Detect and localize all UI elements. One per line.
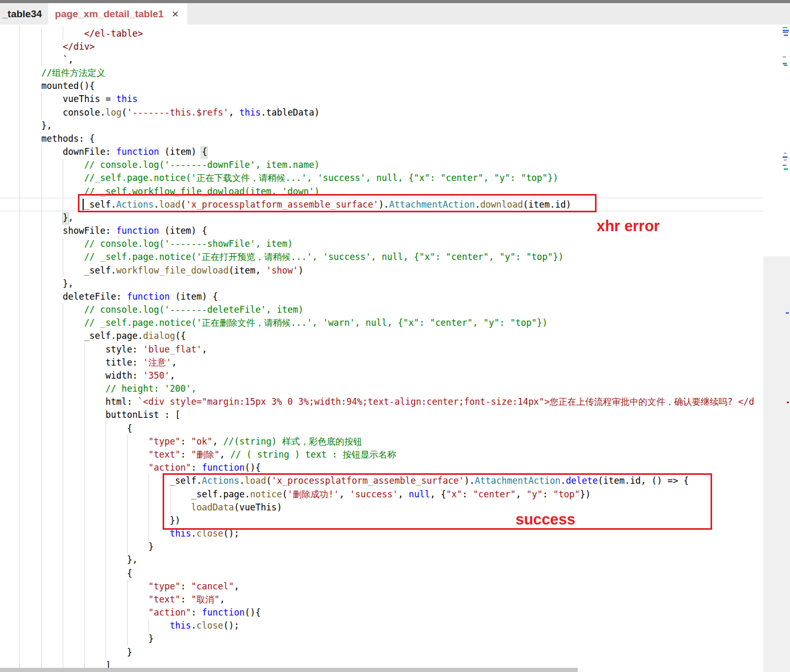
code-line: "text": "取消", (41, 593, 763, 606)
code-line: "type": "cancel", (41, 580, 763, 593)
code-line: downFile: function (item) { (41, 145, 763, 158)
code-line: _self.page.dialog({ (41, 329, 763, 343)
code-line: { (41, 567, 763, 580)
code-line: }, (41, 277, 763, 290)
code-line: width: '350', (41, 369, 763, 382)
code-line: console.log('-------this.$refs', this.ta… (41, 106, 763, 119)
tab-label: page_xm_detail_table1 (55, 8, 164, 20)
annotation-box-xhr-error (78, 194, 597, 212)
code-line: //组件方法定义 (41, 66, 763, 79)
code-line: } (41, 646, 763, 659)
code-line: // console.log('-------deleteFile', item… (41, 303, 763, 316)
code-line: // height: '200', (41, 382, 763, 395)
code-line: "type": "ok", //(string) 样式，彩色底的按钮 (41, 435, 763, 448)
annotation-box-success (163, 473, 712, 530)
horizontal-scrollbar[interactable] (0, 668, 578, 672)
code-line: buttonList : [ (41, 408, 763, 422)
code-line: { (41, 422, 763, 435)
code-line: // console.log('-------downFile', item.n… (41, 158, 763, 172)
annotation-label-success: success (516, 511, 576, 528)
tab-bar: _table34 page_xm_detail_table1✕ (0, 3, 790, 25)
code-line: </el-table> (41, 27, 763, 40)
code-line: mounted(){ (41, 79, 763, 93)
code-line: // console.log('-------showFile', item) (41, 237, 763, 250)
code-line: `, (41, 53, 763, 66)
code-line: vueThis = this (41, 93, 763, 106)
code-line: deleteFile: function (item) { (41, 290, 763, 303)
code-line: "action": function(){ (41, 606, 763, 619)
code-line: methods: { (41, 132, 763, 145)
code-line: }, (41, 119, 763, 132)
code-line: style: 'blue_flat', (41, 343, 763, 356)
tab-table34[interactable]: _table34 (0, 3, 48, 25)
minimap[interactable] (763, 256, 790, 672)
code-line: _self.workflow_file_dowload(item, 'show'… (41, 264, 763, 277)
code-line: title: '注意', (41, 356, 763, 369)
code-line: // _self.page.notice('正在删除文件，请稍候...', 'w… (41, 316, 763, 329)
close-icon[interactable]: ✕ (171, 9, 179, 19)
code-line: //_self.page.notice('正在下载文件，请稍候...', 'su… (41, 172, 763, 185)
editor-window: _table34 page_xm_detail_table1✕ </el-tab… (0, 0, 790, 672)
code-lines: </el-table> </div> `,//组件方法定义mounted(){ … (0, 25, 763, 672)
code-line: </div> (41, 40, 763, 53)
code-line: }, (41, 553, 763, 566)
code-line: html: `<div style="margin:15px 3% 0 3%;w… (41, 395, 763, 408)
code-editor[interactable]: </el-table> </div> `,//组件方法定义mounted(){ … (0, 25, 763, 672)
tab-label: _table34 (2, 8, 42, 20)
code-line: } (41, 632, 763, 645)
code-line: "text": "删除", // ( string ) text : 按钮显示名… (41, 448, 763, 461)
code-line: "action": function(){ (41, 461, 763, 474)
code-line: } (41, 540, 763, 553)
window-top-edge (0, 0, 790, 3)
code-line: this.close(); (41, 619, 763, 632)
tab-page-xm-detail-table1[interactable]: page_xm_detail_table1✕ (48, 3, 187, 25)
annotation-label-xhr-error: xhr error (597, 218, 660, 235)
code-line: // _self.page.notice('正在打开预览，请稍候...', 's… (41, 250, 763, 264)
